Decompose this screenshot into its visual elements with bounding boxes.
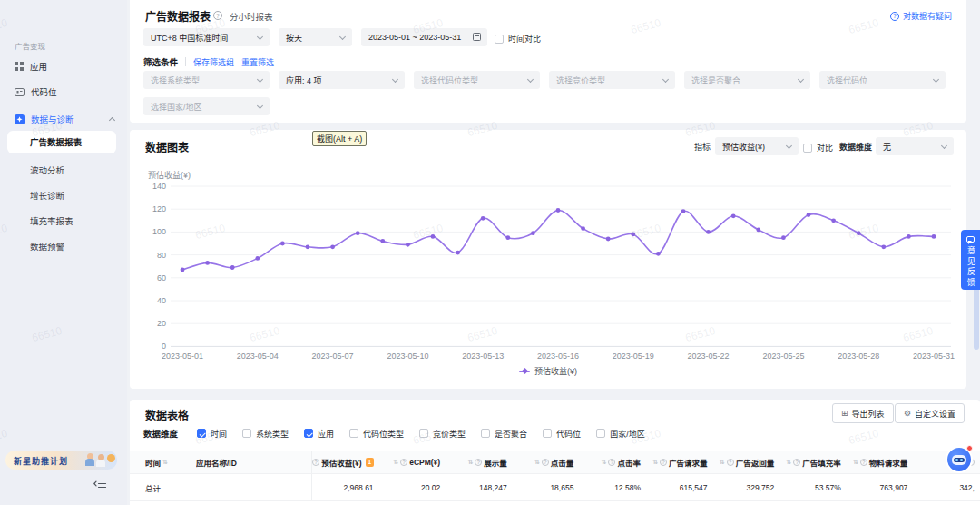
data-point[interactable]: [380, 239, 385, 243]
sort-icon[interactable]: ⇅: [786, 459, 791, 466]
sidebar-subitem-growth-diagnosis[interactable]: 增长诊断: [7, 184, 116, 207]
system-type-select[interactable]: 选择系统类型: [143, 71, 270, 89]
data-point[interactable]: [656, 252, 661, 256]
chatbot-avatar[interactable]: [946, 446, 973, 473]
sidebar-subitem-ad-data-report[interactable]: 广告数据报表: [7, 131, 116, 153]
data-point[interactable]: [356, 231, 360, 235]
data-point[interactable]: [481, 216, 485, 221]
reset-filter-link[interactable]: 重置筛选: [241, 56, 274, 68]
column-header[interactable]: ⇅?广告填充率: [779, 457, 847, 468]
column-header[interactable]: ⇅?广告返回量: [713, 457, 780, 468]
export-list-button[interactable]: ⊞ 导出列表: [832, 403, 894, 423]
time-compare-checkbox[interactable]: 时间对比: [495, 33, 541, 45]
dim-checkbox-app[interactable]: 应用: [304, 428, 334, 440]
column-info-icon[interactable]: ?: [727, 459, 734, 466]
data-point[interactable]: [631, 233, 635, 237]
revenue-line-chart[interactable]: 1401201008060402002023-05-012023-05-0420…: [130, 166, 966, 368]
sidebar-subitem-fill-rate-report[interactable]: 填充率报表: [7, 210, 116, 233]
data-point[interactable]: [205, 261, 210, 265]
dim-checkbox-adunit[interactable]: 代码位: [543, 428, 581, 440]
custom-settings-button[interactable]: ⚙ 自定义设置: [895, 403, 965, 423]
column-info-icon[interactable]: ?: [860, 459, 867, 466]
sort-icon[interactable]: ⇅: [652, 459, 658, 466]
data-point[interactable]: [255, 256, 260, 261]
sort-icon[interactable]: ⇅: [467, 459, 473, 466]
column-header[interactable]: ⇅?点击率: [579, 457, 646, 468]
metric-select[interactable]: 预估收益(¥): [715, 137, 799, 155]
timezone-select[interactable]: UTC+8 中国标准时间: [143, 28, 270, 46]
column-header[interactable]: ⇅?广告请求量: [646, 457, 713, 468]
data-point[interactable]: [681, 209, 686, 213]
data-point[interactable]: [906, 234, 911, 239]
app-select[interactable]: 应用: 4 项: [279, 71, 405, 89]
country-select[interactable]: 选择国家/地区: [143, 97, 270, 115]
data-point[interactable]: [531, 231, 535, 235]
dimension-select[interactable]: 无: [876, 137, 954, 155]
data-point[interactable]: [881, 244, 886, 249]
data-point[interactable]: [505, 235, 510, 240]
data-point[interactable]: [756, 228, 760, 233]
data-point[interactable]: [831, 218, 836, 223]
data-point[interactable]: [857, 231, 861, 235]
data-point[interactable]: [330, 244, 335, 249]
dim-checkbox-system-type[interactable]: 系统类型: [242, 428, 289, 440]
sidebar-subitem-data-alert[interactable]: 数据预警: [7, 235, 116, 258]
dim-checkbox-adunit-type[interactable]: 代码位类型: [349, 428, 404, 440]
title-info-icon[interactable]: ?: [213, 11, 222, 20]
sort-icon[interactable]: ⇅: [602, 459, 607, 466]
column-header[interactable]: 时间⇅: [130, 457, 196, 468]
data-point[interactable]: [706, 230, 710, 234]
chart-compare-checkbox[interactable]: 对比: [803, 142, 833, 153]
dim-checkbox-country[interactable]: 国家/地区: [596, 428, 645, 440]
column-info-icon[interactable]: ?: [608, 459, 615, 466]
data-point[interactable]: [581, 226, 585, 231]
tab-hourly-report[interactable]: 分小时报表: [230, 10, 273, 23]
data-point[interactable]: [556, 208, 561, 213]
adunit-type-select[interactable]: 选择代码位类型: [414, 71, 540, 89]
sidebar-item-adunits[interactable]: 代码位: [0, 82, 127, 102]
data-point[interactable]: [932, 234, 936, 239]
sidebar-subitem-fluctuation-analysis[interactable]: 波动分析: [7, 159, 116, 182]
data-point[interactable]: [406, 243, 410, 247]
sidebar-item-data-diagnosis[interactable]: 数据与诊断: [0, 109, 127, 129]
feedback-tab[interactable]: 意见反馈: [961, 230, 980, 290]
column-header[interactable]: 应用名称/ID: [196, 451, 312, 473]
column-header[interactable]: ⇅?eCPM(¥): [379, 458, 446, 467]
column-info-icon[interactable]: ?: [660, 459, 667, 466]
data-point[interactable]: [306, 244, 310, 249]
sort-icon[interactable]: ⇅: [393, 459, 398, 466]
granularity-select[interactable]: 按天: [279, 28, 352, 46]
column-header[interactable]: ⇅?点击量: [513, 457, 580, 468]
adunit-select[interactable]: 选择代码位: [819, 71, 946, 89]
data-point[interactable]: [280, 242, 285, 246]
column-info-icon[interactable]: ?: [542, 459, 549, 466]
column-info-icon[interactable]: ?: [400, 459, 407, 466]
sidebar-item-apps[interactable]: 应用: [0, 56, 127, 76]
data-point[interactable]: [606, 237, 611, 242]
save-filter-link[interactable]: 保存筛选组: [193, 56, 234, 68]
collapse-sidebar-icon[interactable]: [93, 478, 107, 490]
sort-icon[interactable]: ⇅: [534, 459, 540, 466]
data-point[interactable]: [230, 265, 235, 270]
data-point[interactable]: [807, 213, 811, 217]
date-range-picker[interactable]: 2023-05-01 ~ 2023-05-31: [361, 28, 487, 46]
column-info-icon[interactable]: ?: [312, 459, 319, 466]
data-question-link[interactable]: ? 对数据有疑问: [890, 10, 952, 22]
dim-checkbox-aggregate[interactable]: 是否聚合: [481, 428, 527, 440]
column-info-icon[interactable]: ?: [475, 459, 482, 466]
aggregate-select[interactable]: 选择是否聚合: [684, 71, 810, 89]
column-header[interactable]: ⇅?预估收益(¥)1: [312, 457, 379, 468]
data-point[interactable]: [781, 235, 786, 240]
data-point[interactable]: [731, 213, 736, 218]
dim-checkbox-bidding-type[interactable]: 竞价类型: [419, 428, 466, 440]
sort-icon[interactable]: ⇅: [853, 459, 858, 466]
promo-banner[interactable]: 新星助推计划: [5, 451, 117, 470]
column-header[interactable]: ⇅?物料请求量: [847, 457, 914, 468]
sort-icon[interactable]: ⇅: [162, 459, 168, 466]
column-header[interactable]: ⇅?展示量: [446, 457, 513, 468]
data-point[interactable]: [456, 251, 460, 255]
column-info-icon[interactable]: ?: [793, 459, 800, 466]
sort-icon[interactable]: ⇅: [720, 459, 725, 466]
data-point[interactable]: [431, 234, 436, 239]
data-point[interactable]: [181, 268, 185, 272]
